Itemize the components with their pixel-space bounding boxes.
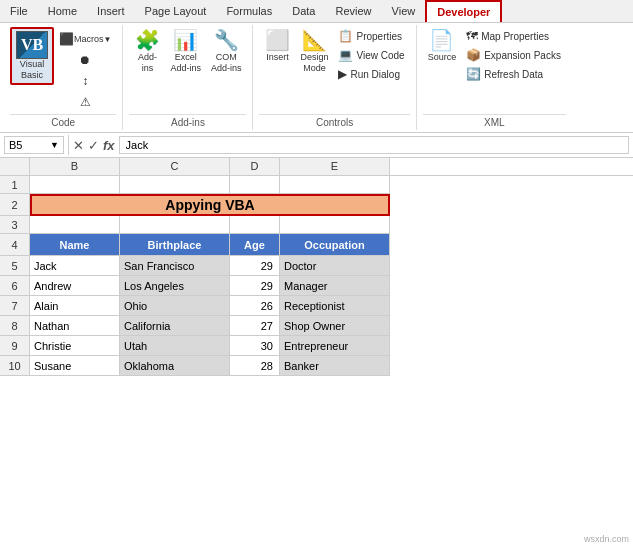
formula-icons: ✕ ✓ fx — [73, 138, 115, 153]
refresh-data-label: Refresh Data — [484, 69, 543, 80]
cell-name-9[interactable]: Christie — [30, 336, 120, 356]
header-name[interactable]: Name — [30, 234, 120, 256]
cell-name-8[interactable]: Nathan — [30, 316, 120, 336]
cell-age-5[interactable]: 29 — [230, 256, 280, 276]
header-occupation[interactable]: Occupation — [280, 234, 390, 256]
macro-security-icon: ⚠ — [80, 95, 91, 109]
table-row: Name Birthplace Age Occupation — [30, 234, 633, 256]
col-header-d[interactable]: D — [230, 158, 280, 175]
visual-basic-button[interactable]: VB VisualBasic — [10, 27, 54, 85]
tab-page-layout[interactable]: Page Layout — [135, 0, 217, 22]
tab-view[interactable]: View — [382, 0, 426, 22]
cell-name-7[interactable]: Alain — [30, 296, 120, 316]
tab-data[interactable]: Data — [282, 0, 325, 22]
col-header-c[interactable]: C — [120, 158, 230, 175]
tab-home[interactable]: Home — [38, 0, 87, 22]
map-properties-button[interactable]: 🗺 Map Properties — [461, 27, 566, 45]
insert-controls-button[interactable]: ⬜ Insert — [259, 27, 295, 66]
cell-age-6[interactable]: 29 — [230, 276, 280, 296]
excel-addins-icon: 📊 — [173, 30, 198, 50]
cell-age-10[interactable]: 28 — [230, 356, 280, 376]
expansion-packs-button[interactable]: 📦 Expansion Packs — [461, 46, 566, 64]
cell-e1[interactable] — [280, 176, 390, 194]
com-addins-label: COMAdd-ins — [211, 52, 242, 74]
table-row: Nathan California 27 Shop Owner — [30, 316, 633, 336]
view-code-icon: 💻 — [338, 48, 353, 62]
refresh-data-button[interactable]: 🔄 Refresh Data — [461, 65, 566, 83]
ribbon-group-controls: ⬜ Insert 📐 DesignMode 📋 Properties 💻 Vie… — [253, 25, 416, 130]
table-row — [30, 216, 633, 234]
cell-name-6[interactable]: Andrew — [30, 276, 120, 296]
cell-age-9[interactable]: 30 — [230, 336, 280, 356]
cell-b3[interactable] — [30, 216, 120, 234]
source-button[interactable]: 📄 Source — [423, 27, 462, 66]
relative-ref-icon: ↕ — [82, 74, 88, 88]
cell-ref-dropdown-icon[interactable]: ▼ — [50, 140, 59, 150]
expansion-packs-icon: 📦 — [466, 48, 481, 62]
cell-birthplace-8[interactable]: California — [120, 316, 230, 336]
cancel-formula-icon[interactable]: ✕ — [73, 138, 84, 153]
confirm-formula-icon[interactable]: ✓ — [88, 138, 99, 153]
cell-occupation-6[interactable]: Manager — [280, 276, 390, 296]
tab-file[interactable]: File — [0, 0, 38, 22]
col-header-b[interactable]: B — [30, 158, 120, 175]
design-mode-button[interactable]: 📐 DesignMode — [295, 27, 333, 77]
row-num-9: 9 — [0, 336, 30, 356]
cell-age-7[interactable]: 26 — [230, 296, 280, 316]
cell-reference-box[interactable]: B5 ▼ — [4, 136, 64, 154]
cell-occupation-5[interactable]: Doctor — [280, 256, 390, 276]
tab-developer[interactable]: Developer — [425, 0, 502, 22]
cell-c3[interactable] — [120, 216, 230, 234]
formula-bar-divider — [68, 135, 69, 155]
cell-birthplace-10[interactable]: Oklahoma — [120, 356, 230, 376]
cell-occupation-9[interactable]: Entrepreneur — [280, 336, 390, 356]
run-dialog-button[interactable]: ▶ Run Dialog — [333, 65, 409, 83]
cell-birthplace-6[interactable]: Los Angeles — [120, 276, 230, 296]
cell-b1[interactable] — [30, 176, 120, 194]
macros-button[interactable]: ⬛ Macros ▼ — [54, 29, 116, 49]
macro-security-button[interactable]: ⚠ — [54, 92, 116, 112]
record-macro-button[interactable]: ⏺ — [54, 50, 116, 70]
cell-name-5[interactable]: Jack — [30, 256, 120, 276]
code-group-items: VB VisualBasic ⬛ Macros ▼ ⏺ ↕ — [10, 27, 116, 112]
cell-birthplace-5[interactable]: San Francisco — [120, 256, 230, 276]
excel-addins-button[interactable]: 📊 ExcelAdd-ins — [165, 27, 206, 77]
cell-d3[interactable] — [230, 216, 280, 234]
cell-occupation-10[interactable]: Banker — [280, 356, 390, 376]
insert-controls-label: Insert — [266, 52, 289, 63]
add-ins-button[interactable]: 🧩 Add-ins — [129, 27, 165, 77]
cell-d1[interactable] — [230, 176, 280, 194]
insert-controls-icon: ⬜ — [265, 30, 290, 50]
tab-review[interactable]: Review — [325, 0, 381, 22]
formula-input[interactable] — [119, 136, 629, 154]
cell-birthplace-9[interactable]: Utah — [120, 336, 230, 356]
xml-group-items: 📄 Source 🗺 Map Properties 📦 Expansion Pa… — [423, 27, 566, 112]
tab-insert[interactable]: Insert — [87, 0, 135, 22]
header-age[interactable]: Age — [230, 234, 280, 256]
title-cell[interactable]: Appying VBA — [30, 194, 390, 216]
addins-group-items: 🧩 Add-ins 📊 ExcelAdd-ins 🔧 COMAdd-ins — [129, 27, 246, 112]
properties-icon: 📋 — [338, 29, 353, 43]
table-row — [30, 176, 633, 194]
header-birthplace[interactable]: Birthplace — [120, 234, 230, 256]
controls-group-items: ⬜ Insert 📐 DesignMode 📋 Properties 💻 Vie… — [259, 27, 409, 112]
properties-button[interactable]: 📋 Properties — [333, 27, 409, 45]
cell-name-10[interactable]: Susane — [30, 356, 120, 376]
cell-occupation-7[interactable]: Receptionist — [280, 296, 390, 316]
col-header-e[interactable]: E — [280, 158, 390, 175]
formula-bar: B5 ▼ ✕ ✓ fx — [0, 133, 633, 158]
code-group-label: Code — [10, 114, 116, 128]
ribbon-tab-bar: File Home Insert Page Layout Formulas Da… — [0, 0, 633, 23]
relative-ref-button[interactable]: ↕ — [54, 71, 116, 91]
com-addins-button[interactable]: 🔧 COMAdd-ins — [206, 27, 247, 77]
add-ins-icon: 🧩 — [135, 30, 160, 50]
view-code-label: View Code — [356, 50, 404, 61]
cell-c1[interactable] — [120, 176, 230, 194]
tab-formulas[interactable]: Formulas — [216, 0, 282, 22]
cell-e3[interactable] — [280, 216, 390, 234]
view-code-button[interactable]: 💻 View Code — [333, 46, 409, 64]
cell-occupation-8[interactable]: Shop Owner — [280, 316, 390, 336]
cell-age-8[interactable]: 27 — [230, 316, 280, 336]
fx-icon[interactable]: fx — [103, 138, 115, 153]
cell-birthplace-7[interactable]: Ohio — [120, 296, 230, 316]
